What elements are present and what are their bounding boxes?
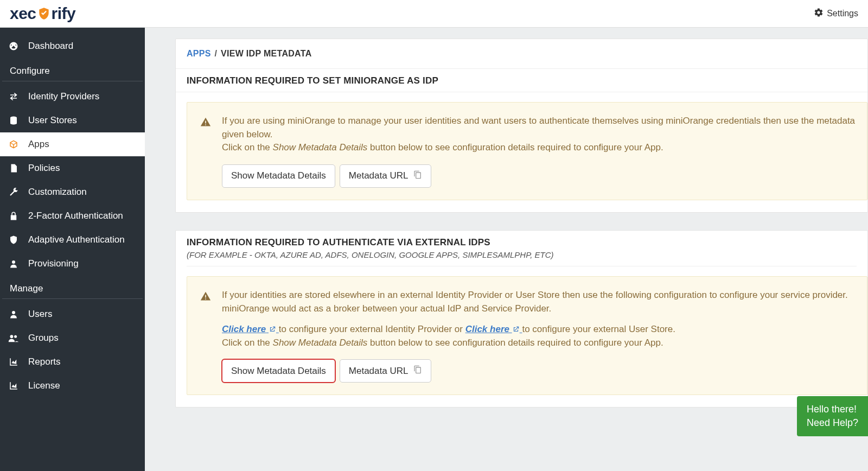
sidebar-item-customization[interactable]: Customization [0, 180, 145, 204]
dashboard-icon [8, 41, 20, 51]
metadata-url-button-external[interactable]: Metadata URL [340, 359, 432, 383]
sidebar-item-apps[interactable]: Apps [0, 132, 145, 156]
metadata-url-label: Metadata URL [349, 170, 409, 181]
sidebar-item-2fa[interactable]: 2-Factor Authentication [0, 204, 145, 228]
alert-text-2: Click on the Show Metadata Details butto… [222, 141, 856, 155]
metadata-url-button[interactable]: Metadata URL [340, 164, 432, 188]
sidebar-item-label: Customization [28, 187, 87, 198]
copy-icon [413, 365, 422, 377]
warning-icon [200, 291, 211, 383]
shield-check-icon [37, 7, 51, 21]
section2-alert: If your identities are stored elsewhere … [187, 276, 867, 396]
copy-icon [413, 170, 422, 182]
alert-text: If you are using miniOrange to manage yo… [222, 114, 856, 141]
help-widget[interactable]: Hello there! Need Help? [797, 396, 868, 436]
users-icon [8, 333, 20, 343]
sidebar-item-label: Dashboard [28, 41, 73, 52]
arrows-icon [8, 92, 20, 101]
click-here-idp-link[interactable]: Click here [222, 324, 279, 334]
sidebar-item-label: Identity Providers [28, 91, 99, 102]
shield-icon [8, 235, 20, 245]
top-header: xec rify Settings [0, 0, 868, 28]
sidebar-item-policies[interactable]: Policies [0, 156, 145, 180]
sidebar-item-label: License [28, 380, 60, 391]
svg-point-2 [12, 311, 15, 314]
sidebar-item-adaptive[interactable]: Adaptive Authentication [0, 228, 145, 252]
settings-link[interactable]: Settings [814, 8, 858, 20]
svg-point-4 [14, 335, 17, 338]
breadcrumb: APPS / VIEW IDP METADATA [176, 39, 867, 69]
wrench-icon [8, 187, 20, 197]
alert-links-line: Click here to configure your external Id… [222, 323, 856, 336]
click-here-userstore-link[interactable]: Click here [465, 324, 522, 334]
user-icon [8, 259, 20, 269]
help-line2: Need Help? [807, 416, 858, 430]
sidebar-item-label: Policies [28, 163, 60, 174]
sidebar: Dashboard Configure Identity Providers U… [0, 28, 145, 471]
user-icon [8, 309, 20, 319]
panel-external-idps: INFORMATION REQUIRED TO AUTHENTICATE VIA… [175, 230, 868, 408]
sidebar-item-label: User Stores [28, 115, 77, 126]
svg-point-1 [12, 260, 15, 264]
sidebar-section-configure: Configure [2, 60, 143, 81]
sidebar-item-label: Groups [28, 333, 59, 343]
lock-icon [8, 211, 20, 221]
sidebar-item-license[interactable]: License [0, 374, 145, 398]
sidebar-section-manage: Manage [2, 278, 143, 299]
sidebar-item-userstores[interactable]: User Stores [0, 109, 145, 132]
sidebar-item-groups[interactable]: Groups [0, 326, 145, 350]
show-metadata-button[interactable]: Show Metadata Details [222, 164, 335, 188]
section1-alert: If you are using miniOrange to manage yo… [187, 102, 867, 200]
sidebar-item-label: Users [28, 309, 52, 320]
sidebar-item-idp[interactable]: Identity Providers [0, 85, 145, 109]
sidebar-item-dashboard[interactable]: Dashboard [0, 34, 145, 58]
sidebar-item-label: Apps [28, 139, 49, 150]
section2-subtitle: (FOR EXAMPLE - OKTA, AZURE AD, ADFS, ONE… [176, 248, 867, 263]
sidebar-item-label: 2-Factor Authentication [28, 211, 123, 221]
sidebar-item-provisioning[interactable]: Provisioning [0, 252, 145, 276]
logo-text: xec rify [10, 4, 75, 23]
database-icon [8, 116, 20, 125]
breadcrumb-apps-link[interactable]: APPS [187, 49, 211, 58]
sidebar-item-label: Reports [28, 357, 61, 367]
file-icon [8, 163, 20, 173]
svg-point-3 [10, 335, 14, 338]
sidebar-item-label: Adaptive Authentication [28, 234, 125, 245]
chart-icon [8, 381, 20, 391]
warning-icon [200, 117, 211, 188]
chart-icon [8, 357, 20, 367]
panel-idp-metadata: APPS / VIEW IDP METADATA INFORMATION REQ… [175, 39, 868, 213]
sidebar-item-users[interactable]: Users [0, 302, 145, 326]
cube-icon [8, 139, 20, 149]
metadata-url-label: Metadata URL [349, 366, 409, 377]
sidebar-item-reports[interactable]: Reports [0, 350, 145, 374]
section1-title: INFORMATION REQUIRED TO SET MINIORANGE A… [176, 69, 867, 92]
show-metadata-button-external[interactable]: Show Metadata Details [222, 359, 335, 383]
settings-label: Settings [827, 9, 858, 18]
breadcrumb-sep: / [215, 49, 218, 58]
breadcrumb-current: VIEW IDP METADATA [221, 49, 311, 58]
gear-icon [814, 8, 824, 20]
section2-title: INFORMATION REQUIRED TO AUTHENTICATE VIA… [176, 231, 867, 248]
alert-text-3: Click on the Show Metadata Details butto… [222, 336, 856, 350]
main-content: APPS / VIEW IDP METADATA INFORMATION REQ… [145, 28, 868, 471]
alert-text: If your identities are stored elsewhere … [222, 289, 856, 315]
brand-logo[interactable]: xec rify [10, 4, 75, 23]
sidebar-item-label: Provisioning [28, 258, 79, 269]
help-line1: Hello there! [807, 403, 858, 416]
